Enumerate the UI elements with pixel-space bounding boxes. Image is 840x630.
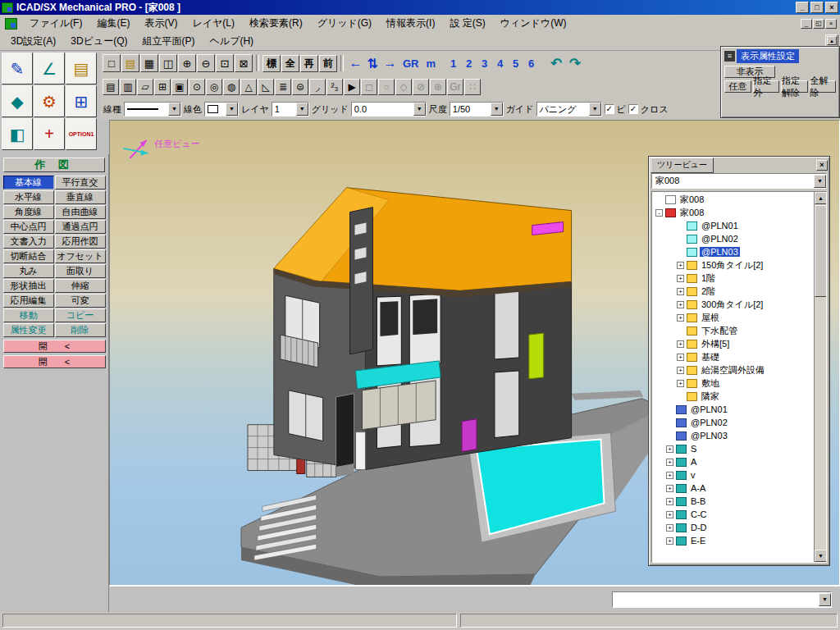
part-sheet-icon[interactable]: ▤	[103, 79, 119, 95]
zoom-fit-icon[interactable]: ⊠	[235, 54, 253, 72]
menu-item[interactable]: グリッド(G)	[310, 15, 379, 33]
tool-button[interactable]: 削除	[55, 323, 106, 337]
tube-icon[interactable]: ◎	[206, 79, 222, 95]
tool-button[interactable]: 基本線	[3, 176, 54, 189]
pan-right-icon[interactable]: →	[381, 56, 399, 71]
unspecify-button[interactable]: 指定解除	[781, 80, 808, 93]
tree-item[interactable]: +E-E	[652, 534, 814, 547]
collapse-icon[interactable]: -	[655, 209, 663, 217]
view-number-button[interactable]: 5	[509, 57, 523, 70]
tool-button[interactable]: 移動	[3, 308, 54, 322]
close-button[interactable]: ×	[825, 2, 838, 13]
tree-item-label[interactable]: 基礎	[700, 351, 721, 363]
maximize-button[interactable]: □	[810, 2, 824, 13]
menu-item[interactable]: 情報表示(I)	[379, 15, 442, 33]
open-folder-icon[interactable]: ▤	[121, 54, 139, 72]
tree-item-label[interactable]: 300角タイル[2]	[700, 299, 765, 311]
tree-item[interactable]: +給湯空調外設備	[652, 363, 814, 377]
tree-item[interactable]: +B-B	[652, 495, 814, 508]
menu-item[interactable]: ウィンドウ(W)	[493, 15, 574, 33]
tree-item-label[interactable]: S	[689, 444, 698, 454]
menu-item[interactable]: 検索要素(R)	[242, 15, 310, 33]
tree-item-label[interactable]: B-B	[689, 496, 707, 506]
tool-button[interactable]: 切断結合	[3, 249, 54, 263]
menu-item[interactable]: ファイル(F)	[22, 15, 89, 33]
tool-button[interactable]: オフセット	[55, 249, 106, 263]
tree-item[interactable]: 家008	[652, 193, 814, 206]
view-number-button[interactable]: 6	[524, 57, 538, 70]
pan-vertical-icon[interactable]: ⇅	[364, 56, 381, 71]
chevron-down-icon[interactable]: ▼	[491, 103, 503, 116]
tree-item-label[interactable]: 外構[5]	[700, 338, 731, 350]
expand-icon[interactable]: +	[677, 380, 684, 387]
tool-button[interactable]: 応用作図	[55, 235, 106, 249]
tree-item[interactable]: @PLN03	[652, 429, 814, 442]
tree-item[interactable]: +基礎	[652, 350, 814, 363]
chevron-down-icon[interactable]: ▼	[589, 103, 601, 116]
gr-mode-button[interactable]: GR	[399, 57, 422, 70]
new-document-icon[interactable]: □	[103, 54, 121, 72]
box-wire-icon[interactable]: ⊞	[154, 79, 171, 95]
mdi-restore-button[interactable]: ◱	[813, 19, 824, 29]
tool-button[interactable]: 丸み	[3, 264, 54, 278]
tool-button[interactable]: 垂直線	[55, 190, 106, 204]
tree-item[interactable]: +A-A	[652, 482, 814, 495]
tree-item-label[interactable]: A	[689, 457, 698, 467]
view-number-button[interactable]: 1	[446, 57, 460, 70]
expand-icon[interactable]: +	[666, 511, 673, 518]
tree-item[interactable]: @PLN01	[652, 219, 814, 232]
file-manager-icon[interactable]: ▤	[66, 52, 97, 84]
tree-item[interactable]: -家008	[652, 206, 814, 219]
menu-item[interactable]: ヘルプ(H)	[203, 33, 262, 51]
expand-icon[interactable]: +	[677, 288, 684, 295]
open-button-2[interactable]: 開 <	[3, 355, 106, 368]
scrollbar-thumb[interactable]	[815, 205, 827, 297]
cone-icon[interactable]: △	[240, 79, 257, 95]
tree-item[interactable]: +150角タイル[2]	[652, 258, 814, 272]
disk-stack-icon[interactable]: ⊜	[292, 79, 308, 95]
tool-setup-icon[interactable]: ⚙	[34, 85, 65, 117]
chevron-down-icon[interactable]: ▼	[296, 103, 308, 116]
fillet-icon[interactable]: ◞	[309, 79, 326, 95]
expand-icon[interactable]: +	[677, 275, 684, 282]
menu-item[interactable]: 編集(E)	[89, 15, 137, 33]
tree-item[interactable]: 下水配管	[652, 324, 814, 337]
tree-item-label[interactable]: D-D	[689, 523, 709, 532]
scroll-down-icon[interactable]: ▼	[815, 550, 827, 562]
assembly-tree-icon[interactable]: ⊞	[66, 85, 97, 117]
tool-button[interactable]: 通過点円	[55, 220, 106, 234]
tree-item-label[interactable]: 屋根	[700, 312, 721, 324]
tree-item[interactable]: @PLN01	[652, 403, 814, 416]
tree-item[interactable]: +外構[5]	[652, 337, 814, 350]
expand-icon[interactable]: +	[677, 262, 684, 269]
standard-view-button[interactable]: 標	[262, 55, 281, 72]
expand-icon[interactable]: +	[666, 524, 673, 532]
undo-button[interactable]: ↶	[547, 55, 565, 72]
expand-icon[interactable]: +	[677, 354, 684, 361]
tool-button[interactable]: 平行直交	[55, 176, 106, 189]
menu-item[interactable]: 組立平面(P)	[135, 33, 203, 51]
zoom-in-icon[interactable]: ⊕	[178, 54, 196, 72]
specified-outside-button[interactable]: 指定外	[753, 80, 780, 93]
overflow-up-icon[interactable]: ▲	[827, 36, 837, 45]
tree-item-label[interactable]: @PLN01	[700, 221, 740, 231]
expand-icon[interactable]: +	[666, 537, 673, 545]
tool-button[interactable]: 応用編集	[3, 294, 54, 308]
dimension-mode-icon[interactable]: ∠	[34, 52, 65, 84]
draw-mode-icon[interactable]: ✎	[2, 52, 33, 84]
machining-icon[interactable]: +	[34, 118, 65, 150]
pick-checkbox[interactable]: ✓	[605, 104, 614, 114]
tool-button[interactable]: 形状抽出	[3, 279, 54, 293]
tree-item[interactable]: @PLN02	[652, 232, 814, 245]
menu-item[interactable]: 3D設定(A)	[3, 33, 63, 51]
tree-item-label[interactable]: 家008	[678, 207, 705, 219]
sphere-icon[interactable]: ◍	[223, 79, 240, 95]
scroll-up-icon[interactable]: ▲	[815, 192, 827, 204]
box-solid-icon[interactable]: ▣	[171, 79, 188, 95]
tree-item[interactable]: +A	[652, 455, 814, 468]
tree-item-label[interactable]: E-E	[689, 536, 707, 546]
scale-combo[interactable]: 1/50 ▼	[450, 102, 504, 116]
guide-combo[interactable]: パニング ▼	[536, 102, 602, 116]
line-type-combo[interactable]: ▼	[124, 102, 181, 116]
tree-item[interactable]: +S	[652, 442, 814, 455]
